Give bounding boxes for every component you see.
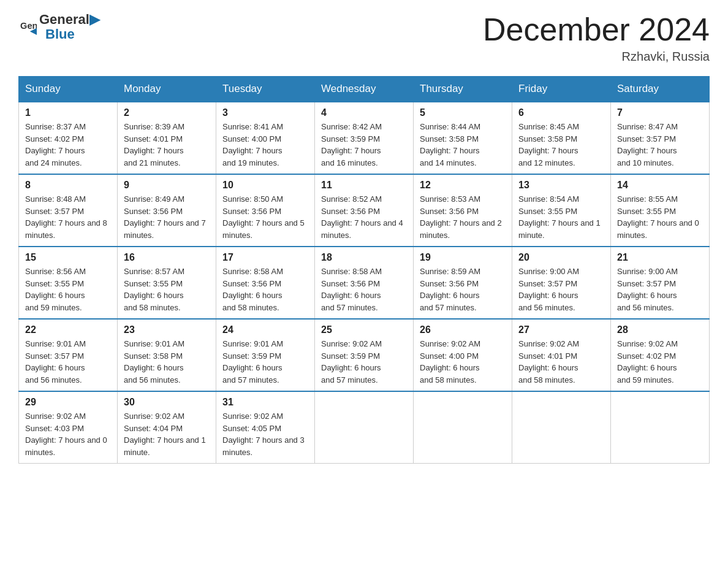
table-row: 11 Sunrise: 8:52 AM Sunset: 3:56 PM Dayl… bbox=[315, 174, 414, 247]
table-row: 13 Sunrise: 8:54 AM Sunset: 3:55 PM Dayl… bbox=[512, 174, 611, 247]
svg-text:General: General bbox=[20, 21, 37, 31]
day-info: Sunrise: 9:01 AM Sunset: 3:58 PM Dayligh… bbox=[124, 338, 210, 386]
day-info: Sunrise: 9:02 AM Sunset: 4:02 PM Dayligh… bbox=[617, 338, 703, 386]
day-info: Sunrise: 8:39 AM Sunset: 4:01 PM Dayligh… bbox=[124, 121, 210, 169]
day-info: Sunrise: 9:02 AM Sunset: 4:04 PM Dayligh… bbox=[124, 410, 210, 458]
day-info: Sunrise: 8:58 AM Sunset: 3:56 PM Dayligh… bbox=[321, 266, 407, 313]
day-number: 31 bbox=[222, 397, 308, 408]
title-block: December 2024 Rzhavki, Russia bbox=[483, 12, 710, 64]
table-row bbox=[512, 391, 611, 464]
day-number: 7 bbox=[617, 107, 703, 118]
table-row: 6 Sunrise: 8:45 AM Sunset: 3:58 PM Dayli… bbox=[512, 102, 611, 174]
day-info: Sunrise: 9:00 AM Sunset: 3:57 PM Dayligh… bbox=[518, 266, 604, 313]
table-row: 24 Sunrise: 9:01 AM Sunset: 3:59 PM Dayl… bbox=[216, 319, 315, 391]
table-row: 29 Sunrise: 9:02 AM Sunset: 4:03 PM Dayl… bbox=[19, 391, 118, 464]
table-row: 2 Sunrise: 8:39 AM Sunset: 4:01 PM Dayli… bbox=[118, 102, 216, 174]
day-number: 10 bbox=[222, 180, 308, 191]
location: Rzhavki, Russia bbox=[483, 50, 710, 64]
day-info: Sunrise: 8:58 AM Sunset: 3:56 PM Dayligh… bbox=[222, 266, 308, 313]
day-number: 16 bbox=[124, 252, 210, 263]
day-info: Sunrise: 8:37 AM Sunset: 4:02 PM Dayligh… bbox=[25, 121, 111, 169]
day-info: Sunrise: 8:49 AM Sunset: 3:56 PM Dayligh… bbox=[124, 193, 210, 241]
day-info: Sunrise: 9:02 AM Sunset: 4:00 PM Dayligh… bbox=[420, 338, 506, 386]
day-info: Sunrise: 9:00 AM Sunset: 3:57 PM Dayligh… bbox=[617, 266, 703, 313]
day-info: Sunrise: 8:52 AM Sunset: 3:56 PM Dayligh… bbox=[321, 193, 407, 241]
day-number: 22 bbox=[25, 324, 111, 335]
col-thursday: Thursday bbox=[414, 77, 512, 102]
col-saturday: Saturday bbox=[611, 77, 710, 102]
day-info: Sunrise: 8:45 AM Sunset: 3:58 PM Dayligh… bbox=[518, 121, 604, 169]
table-row: 20 Sunrise: 9:00 AM Sunset: 3:57 PM Dayl… bbox=[512, 247, 611, 319]
table-row: 8 Sunrise: 8:48 AM Sunset: 3:57 PM Dayli… bbox=[19, 174, 118, 247]
table-row bbox=[611, 391, 710, 464]
week-row-2: 8 Sunrise: 8:48 AM Sunset: 3:57 PM Dayli… bbox=[19, 174, 710, 247]
week-row-5: 29 Sunrise: 9:02 AM Sunset: 4:03 PM Dayl… bbox=[19, 391, 710, 464]
day-info: Sunrise: 8:56 AM Sunset: 3:55 PM Dayligh… bbox=[25, 266, 111, 313]
day-info: Sunrise: 9:02 AM Sunset: 4:01 PM Dayligh… bbox=[518, 338, 604, 386]
col-sunday: Sunday bbox=[19, 77, 118, 102]
table-row: 7 Sunrise: 8:47 AM Sunset: 3:57 PM Dayli… bbox=[611, 102, 710, 174]
table-row: 27 Sunrise: 9:02 AM Sunset: 4:01 PM Dayl… bbox=[512, 319, 611, 391]
calendar-table: Sunday Monday Tuesday Wednesday Thursday… bbox=[18, 76, 710, 464]
day-info: Sunrise: 8:42 AM Sunset: 3:59 PM Dayligh… bbox=[321, 121, 407, 169]
day-info: Sunrise: 8:55 AM Sunset: 3:55 PM Dayligh… bbox=[617, 193, 703, 241]
table-row: 25 Sunrise: 9:02 AM Sunset: 3:59 PM Dayl… bbox=[315, 319, 414, 391]
calendar-header-row: Sunday Monday Tuesday Wednesday Thursday… bbox=[19, 77, 710, 102]
day-number: 15 bbox=[25, 252, 111, 263]
month-title: December 2024 bbox=[483, 12, 710, 47]
day-number: 21 bbox=[617, 252, 703, 263]
table-row: 3 Sunrise: 8:41 AM Sunset: 4:00 PM Dayli… bbox=[216, 102, 315, 174]
logo: General General▶ Blue bbox=[18, 12, 100, 42]
day-info: Sunrise: 8:44 AM Sunset: 3:58 PM Dayligh… bbox=[420, 121, 506, 169]
day-info: Sunrise: 9:02 AM Sunset: 4:05 PM Dayligh… bbox=[222, 410, 308, 458]
logo-icon: General bbox=[20, 18, 37, 36]
table-row: 26 Sunrise: 9:02 AM Sunset: 4:00 PM Dayl… bbox=[414, 319, 512, 391]
day-number: 17 bbox=[222, 252, 308, 263]
week-row-4: 22 Sunrise: 9:01 AM Sunset: 3:57 PM Dayl… bbox=[19, 319, 710, 391]
week-row-3: 15 Sunrise: 8:56 AM Sunset: 3:55 PM Dayl… bbox=[19, 247, 710, 319]
day-info: Sunrise: 8:53 AM Sunset: 3:56 PM Dayligh… bbox=[420, 193, 506, 241]
table-row: 10 Sunrise: 8:50 AM Sunset: 3:56 PM Dayl… bbox=[216, 174, 315, 247]
day-number: 4 bbox=[321, 107, 407, 118]
day-number: 1 bbox=[25, 107, 111, 118]
day-info: Sunrise: 9:01 AM Sunset: 3:57 PM Dayligh… bbox=[25, 338, 111, 386]
day-number: 14 bbox=[617, 180, 703, 191]
day-info: Sunrise: 8:54 AM Sunset: 3:55 PM Dayligh… bbox=[518, 193, 604, 241]
day-number: 12 bbox=[420, 180, 506, 191]
table-row: 23 Sunrise: 9:01 AM Sunset: 3:58 PM Dayl… bbox=[118, 319, 216, 391]
day-info: Sunrise: 8:50 AM Sunset: 3:56 PM Dayligh… bbox=[222, 193, 308, 241]
day-number: 23 bbox=[124, 324, 210, 335]
day-info: Sunrise: 9:02 AM Sunset: 3:59 PM Dayligh… bbox=[321, 338, 407, 386]
table-row bbox=[414, 391, 512, 464]
week-row-1: 1 Sunrise: 8:37 AM Sunset: 4:02 PM Dayli… bbox=[19, 102, 710, 174]
table-row: 21 Sunrise: 9:00 AM Sunset: 3:57 PM Dayl… bbox=[611, 247, 710, 319]
table-row: 12 Sunrise: 8:53 AM Sunset: 3:56 PM Dayl… bbox=[414, 174, 512, 247]
table-row: 18 Sunrise: 8:58 AM Sunset: 3:56 PM Dayl… bbox=[315, 247, 414, 319]
day-number: 5 bbox=[420, 107, 506, 118]
day-info: Sunrise: 8:57 AM Sunset: 3:55 PM Dayligh… bbox=[124, 266, 210, 313]
day-number: 28 bbox=[617, 324, 703, 335]
col-tuesday: Tuesday bbox=[216, 77, 315, 102]
table-row: 9 Sunrise: 8:49 AM Sunset: 3:56 PM Dayli… bbox=[118, 174, 216, 247]
table-row: 28 Sunrise: 9:02 AM Sunset: 4:02 PM Dayl… bbox=[611, 319, 710, 391]
table-row: 19 Sunrise: 8:59 AM Sunset: 3:56 PM Dayl… bbox=[414, 247, 512, 319]
day-number: 19 bbox=[420, 252, 506, 263]
day-number: 30 bbox=[124, 397, 210, 408]
table-row: 1 Sunrise: 8:37 AM Sunset: 4:02 PM Dayli… bbox=[19, 102, 118, 174]
day-number: 6 bbox=[518, 107, 604, 118]
table-row: 30 Sunrise: 9:02 AM Sunset: 4:04 PM Dayl… bbox=[118, 391, 216, 464]
day-number: 24 bbox=[222, 324, 308, 335]
day-info: Sunrise: 8:59 AM Sunset: 3:56 PM Dayligh… bbox=[420, 266, 506, 313]
day-info: Sunrise: 9:02 AM Sunset: 4:03 PM Dayligh… bbox=[25, 410, 111, 458]
day-number: 2 bbox=[124, 107, 210, 118]
table-row: 16 Sunrise: 8:57 AM Sunset: 3:55 PM Dayl… bbox=[118, 247, 216, 319]
table-row: 14 Sunrise: 8:55 AM Sunset: 3:55 PM Dayl… bbox=[611, 174, 710, 247]
day-number: 20 bbox=[518, 252, 604, 263]
day-number: 27 bbox=[518, 324, 604, 335]
col-wednesday: Wednesday bbox=[315, 77, 414, 102]
day-number: 18 bbox=[321, 252, 407, 263]
day-number: 25 bbox=[321, 324, 407, 335]
col-monday: Monday bbox=[118, 77, 216, 102]
table-row: 22 Sunrise: 9:01 AM Sunset: 3:57 PM Dayl… bbox=[19, 319, 118, 391]
day-number: 3 bbox=[222, 107, 308, 118]
